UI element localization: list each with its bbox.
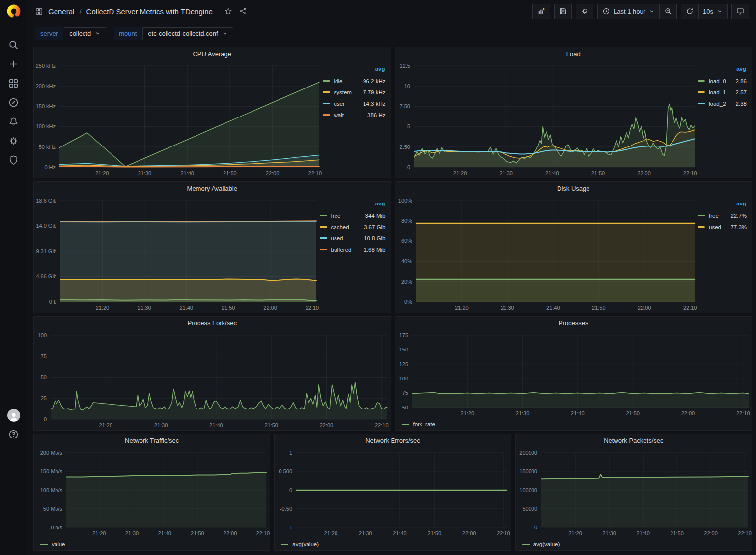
svg-text:21:30: 21:30: [359, 530, 372, 536]
dashboard-title[interactable]: CollectD Server Metrics with TDengine: [86, 7, 213, 16]
add-panel-button[interactable]: [532, 4, 550, 19]
panel-title[interactable]: Network Traffic/sec: [125, 437, 179, 444]
legend-item[interactable]: free344 Mib: [320, 210, 386, 221]
chart-plot[interactable]: 02.5057.501012.521:2021:3021:4021:5022:0…: [395, 60, 698, 178]
panel-header[interactable]: Network Errors/sec: [275, 434, 510, 447]
kiosk-mode-button[interactable]: [731, 4, 749, 19]
svg-text:0%: 0%: [404, 299, 412, 305]
legend-item[interactable]: fork_rate: [402, 421, 435, 427]
search-icon[interactable]: [8, 39, 19, 51]
panel-title[interactable]: Network Errors/sec: [365, 437, 420, 444]
legend-item[interactable]: used77.3%: [698, 221, 747, 233]
panel-title[interactable]: Process Fork/sec: [188, 320, 237, 327]
plus-icon[interactable]: [8, 58, 19, 70]
chart-svg: 507510012515017521:2021:3021:4021:5022:0…: [395, 329, 752, 418]
panel-load: Load 02.5057.501012.521:2021:3021:4021:5…: [395, 47, 753, 178]
chart-plot[interactable]: 0%20%40%60%80%100%21:2021:3021:4021:5022…: [395, 195, 698, 313]
chart-plot[interactable]: 507510012515017521:2021:3021:4021:5022:0…: [395, 329, 752, 418]
panel-body: -1-0.5000.500121:2021:3021:4021:5022:002…: [275, 447, 510, 538]
svg-text:150 kHz: 150 kHz: [36, 103, 56, 109]
legend-avg-header[interactable]: avg: [698, 66, 747, 72]
chart-plot[interactable]: 05000010000015000020000021:2021:3021:402…: [516, 447, 752, 538]
chart-plot[interactable]: -1-0.5000.500121:2021:3021:4021:5022:002…: [275, 447, 510, 538]
legend-avg-header[interactable]: avg: [698, 201, 747, 206]
svg-text:22:10: 22:10: [497, 530, 511, 536]
alerting-bell-icon[interactable]: [8, 116, 19, 127]
dashboards-icon[interactable]: [8, 78, 19, 89]
panel-header[interactable]: Load: [395, 47, 752, 60]
svg-text:22:10: 22:10: [683, 305, 697, 311]
legend-item[interactable]: used10.8 Gib: [320, 233, 386, 244]
grafana-logo[interactable]: [0, 0, 27, 19]
chart-plot[interactable]: 0 b4.66 Gib9.31 Gib14.0 Gib18.6 Gib21:20…: [34, 195, 320, 313]
panel-header[interactable]: Processes: [395, 317, 752, 329]
legend-item[interactable]: buffered1.68 Mib: [320, 244, 386, 255]
legend-item[interactable]: load_22.38: [698, 98, 747, 109]
variables-row: server collectd mount etc-collectd-colle…: [27, 23, 756, 44]
svg-text:21:50: 21:50: [626, 410, 640, 416]
panel-header[interactable]: Disk Usage: [395, 182, 752, 195]
chart-plot[interactable]: 0 b/s50 Mb/s100 Mb/s150 Mb/s200 Mb/s21:2…: [34, 447, 270, 538]
user-avatar[interactable]: [7, 409, 20, 422]
panel-title[interactable]: CPU Average: [193, 50, 231, 58]
chart-plot[interactable]: 025507510021:2021:3021:4021:5022:0022:10: [34, 329, 391, 430]
legend-avg-header[interactable]: avg: [320, 201, 386, 206]
svg-text:18.6 Gib: 18.6 Gib: [36, 198, 56, 204]
dashboard-settings-button[interactable]: [576, 4, 593, 19]
legend-series-name: cached: [331, 224, 364, 230]
panel-title[interactable]: Processes: [559, 320, 588, 327]
legend-item[interactable]: load_12.57: [698, 87, 747, 98]
legend-series-value: 344 Mib: [365, 213, 386, 219]
panel-title[interactable]: Disk Usage: [557, 185, 589, 192]
svg-text:100: 100: [38, 332, 47, 338]
svg-text:22:00: 22:00: [263, 305, 277, 311]
legend-color-swatch: [323, 80, 330, 82]
refresh-interval-picker[interactable]: 10s: [698, 4, 727, 19]
settings-gear-icon[interactable]: [8, 135, 19, 146]
svg-text:0: 0: [289, 487, 292, 493]
legend-item[interactable]: wait386 Hz: [323, 109, 386, 120]
admin-shield-icon[interactable]: [8, 154, 19, 166]
panel-header[interactable]: Network Traffic/sec: [34, 434, 270, 447]
legend-item[interactable]: system7.79 kHz: [323, 87, 386, 98]
legend-item[interactable]: cached3.67 Gib: [320, 221, 386, 233]
panel-title[interactable]: Load: [566, 50, 581, 58]
legend-avg-header[interactable]: avg: [323, 66, 386, 72]
dashboard-grid-icon[interactable]: [35, 7, 43, 16]
time-controls: Last 1 hour: [597, 4, 677, 19]
panel-header[interactable]: Process Fork/sec: [34, 317, 391, 329]
time-range-picker[interactable]: Last 1 hour: [598, 4, 659, 19]
share-icon[interactable]: [239, 7, 247, 15]
svg-text:60%: 60%: [401, 238, 412, 244]
svg-text:21:20: 21:20: [96, 305, 110, 311]
panel-title[interactable]: Memory Available: [187, 185, 237, 192]
variable-label: server: [35, 27, 63, 40]
legend-item[interactable]: free22.7%: [698, 210, 747, 221]
variable-value: collectd: [69, 30, 91, 37]
legend-item[interactable]: user14.3 kHz: [323, 98, 386, 109]
dashboard-row: Process Fork/sec 025507510021:2021:3021:…: [33, 316, 752, 431]
breadcrumb-folder[interactable]: General: [48, 7, 74, 16]
panel-header[interactable]: Network Packets/sec: [516, 434, 752, 447]
zoom-out-button[interactable]: [659, 4, 676, 19]
svg-text:14.0 Gib: 14.0 Gib: [36, 223, 56, 229]
help-icon[interactable]: [8, 429, 19, 440]
variable-value-dropdown[interactable]: etc-collectd-collectd.conf: [142, 27, 233, 40]
legend-item[interactable]: avg(value): [281, 541, 319, 547]
panel-header[interactable]: CPU Average: [34, 47, 391, 60]
chart-plot[interactable]: 0 Hz50 kHz100 kHz150 kHz200 kHz250 kHz21…: [34, 60, 323, 178]
star-icon[interactable]: [224, 7, 232, 15]
panel-header[interactable]: Memory Available: [34, 182, 391, 195]
refresh-button[interactable]: [681, 4, 698, 19]
legend-item[interactable]: load_02.86: [698, 75, 747, 87]
dashboard-row: Memory Available 0 b4.66 Gib9.31 Gib14.0…: [33, 181, 752, 313]
legend-item[interactable]: avg(value): [522, 541, 560, 547]
chart-svg: 02.5057.501012.521:2021:3021:4021:5022:0…: [395, 60, 698, 178]
svg-text:175: 175: [399, 332, 408, 338]
save-dashboard-button[interactable]: [554, 4, 572, 19]
legend-item[interactable]: value: [40, 541, 65, 547]
panel-title[interactable]: Network Packets/sec: [604, 437, 663, 444]
legend-item[interactable]: idle96.2 kHz: [323, 75, 386, 87]
variable-value-dropdown[interactable]: collectd: [64, 27, 106, 40]
explore-compass-icon[interactable]: [8, 97, 19, 108]
